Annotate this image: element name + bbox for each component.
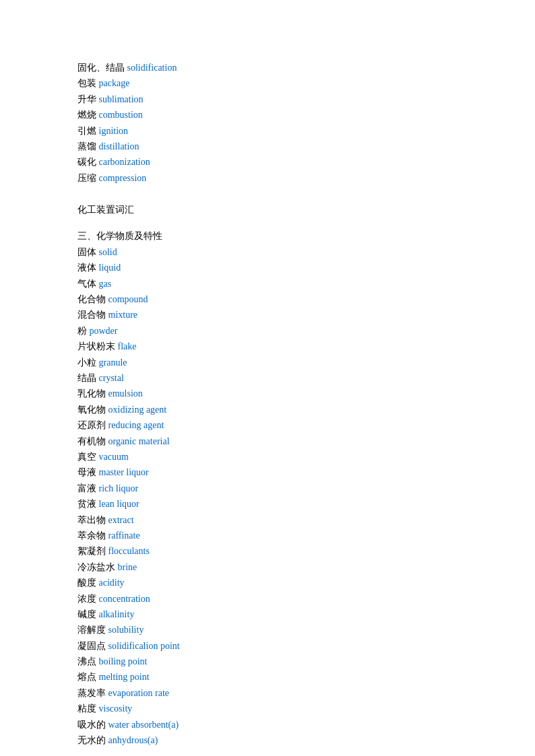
en-brine: brine: [118, 562, 137, 572]
en-anhydrous: anhydrous(a): [108, 735, 158, 745]
en-ignition: ignition: [99, 126, 129, 136]
term-organic-material: 有机物 organic material: [77, 434, 458, 449]
en-viscosity: viscosity: [99, 703, 133, 714]
term-lean-liquor: 贫液 lean liquor: [77, 497, 458, 512]
term-mixture: 混合物 mixture: [77, 308, 458, 322]
term-solidification-point: 凝固点 solidificalion point: [77, 639, 458, 654]
spacer-1: [77, 186, 458, 191]
term-solubility: 溶解度 solubility: [77, 623, 458, 638]
en-sublimation: sublimation: [99, 94, 144, 104]
term-reducing-agent: 还原剂 reducing agent: [77, 418, 458, 433]
term-brine: 冷冻盐水 brine: [77, 560, 458, 575]
term-combustion: 燃烧 combustion: [77, 108, 458, 123]
en-vacuum: vacuum: [99, 452, 129, 462]
process-terms-section: 固化、结晶 solidification 包装 package 升华 subli…: [77, 61, 458, 186]
equipment-header: 化工装置词汇: [77, 203, 458, 217]
term-vacuum: 真空 vacuum: [77, 450, 458, 465]
en-solidification: solidification: [127, 63, 177, 73]
term-oxidizing-agent: 氧化物 oxidizing agent: [77, 403, 458, 417]
term-flocculants: 絮凝剂 flocculants: [77, 544, 458, 559]
en-distillation: distillation: [99, 141, 139, 151]
en-master-liquor: master liquor: [99, 467, 149, 477]
en-lean-liquor: lean liquor: [99, 499, 139, 509]
term-ignition: 引燃 ignition: [77, 124, 458, 139]
substances-subheader: 三、化学物质及特性: [77, 229, 458, 244]
en-combustion: combustion: [99, 110, 143, 120]
en-alkalinity: alkalinity: [99, 609, 135, 619]
term-distillation: 蒸馏 distillation: [77, 139, 458, 154]
en-melting-point: melting point: [99, 672, 150, 682]
term-package: 包装 package: [77, 76, 458, 91]
en-solubility: solubility: [108, 625, 144, 635]
term-powder: 粉 powder: [77, 324, 458, 339]
term-sublimation: 升华 sublimation: [77, 92, 458, 107]
term-granule: 小粒 granule: [77, 355, 458, 370]
en-granule: granule: [99, 357, 127, 368]
en-emulsion: emulsion: [108, 388, 143, 399]
en-reducing-agent: reducing agent: [108, 420, 164, 430]
term-compound: 化合物 compound: [77, 292, 458, 307]
en-compound: compound: [108, 294, 148, 304]
main-content: 固化、结晶 solidification 包装 package 升华 subli…: [77, 61, 458, 748]
term-emulsion: 乳化物 emulsion: [77, 386, 458, 401]
en-solidification-point: solidificalion point: [108, 641, 180, 651]
en-crystal: crystal: [99, 373, 124, 383]
en-rich-liquor: rich liquor: [99, 483, 139, 493]
en-flocculants: flocculants: [108, 546, 150, 556]
term-solidification: 固化、结晶 solidification: [77, 61, 458, 75]
en-extract: extract: [108, 515, 134, 525]
en-concentration: concentration: [99, 594, 150, 604]
term-liquid: 液体 liquid: [77, 261, 458, 275]
en-acidity: acidity: [99, 578, 125, 588]
term-rich-liquor: 富液 rich liquor: [77, 481, 458, 496]
term-viscosity: 粘度 viscosity: [77, 701, 458, 716]
en-boiling-point: boiling point: [99, 656, 148, 666]
en-raffinate: raffinate: [108, 530, 140, 541]
term-concentration: 浓度 concentration: [77, 592, 458, 607]
en-carbonization: carbonization: [99, 157, 150, 167]
term-flake: 片状粉末 flake: [77, 339, 458, 354]
term-crystal: 结晶 crystal: [77, 371, 458, 386]
term-alkalinity: 碱度 alkalinity: [77, 607, 458, 622]
en-evaporation-rate: evaporation rate: [108, 688, 170, 698]
term-acidity: 酸度 acidity: [77, 576, 458, 590]
en-oxidizing-agent: oxidizing agent: [108, 405, 167, 415]
en-water-absorbent: water absorbent(a): [108, 720, 179, 730]
term-evaporation-rate: 蒸发率 evaporation rate: [77, 686, 458, 701]
term-raffinate: 萃余物 raffinate: [77, 528, 458, 543]
en-liquid: liquid: [99, 263, 121, 273]
en-flake: flake: [118, 341, 137, 351]
en-package: package: [99, 78, 130, 88]
term-melting-point: 熔点 melting point: [77, 670, 458, 685]
term-extract: 萃出物 extract: [77, 513, 458, 528]
term-anhydrous: 无水的 anhydrous(a): [77, 733, 458, 748]
term-boiling-point: 沸点 boiling point: [77, 654, 458, 669]
term-water-absorbent: 吸水的 water absorbent(a): [77, 718, 458, 732]
term-carbonization: 碳化 carbonization: [77, 155, 458, 170]
term-solid: 固体 solid: [77, 245, 458, 260]
term-gas: 气体 gas: [77, 277, 458, 291]
en-mixture: mixture: [108, 310, 138, 320]
term-master-liquor: 母液 master liquor: [77, 465, 458, 480]
en-compression: compression: [99, 173, 147, 183]
en-gas: gas: [99, 279, 112, 289]
substances-section: 固体 solid 液体 liquid 气体 gas 化合物 compound 混…: [77, 245, 458, 749]
en-organic-material: organic material: [108, 436, 170, 446]
term-compression: 压缩 compression: [77, 171, 458, 186]
en-powder: powder: [90, 326, 118, 336]
en-solid: solid: [99, 247, 117, 257]
